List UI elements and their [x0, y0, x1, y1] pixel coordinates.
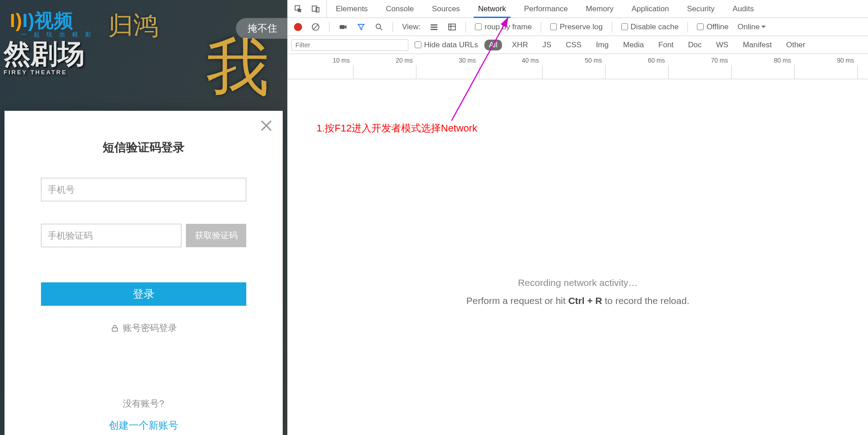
devtools-inspect-controls: [288, 0, 327, 18]
throttling-select[interactable]: Online: [737, 23, 769, 32]
login-button[interactable]: 登录: [41, 282, 246, 306]
tab-audits[interactable]: Audits: [723, 0, 763, 18]
timeline-tick: 60 ms: [615, 57, 665, 64]
tab-performance[interactable]: Performance: [515, 0, 577, 18]
get-code-button[interactable]: 获取验证码: [186, 224, 246, 247]
separator: [393, 22, 393, 32]
theatre-en: FIREY THEATRE: [4, 69, 85, 75]
tab-elements[interactable]: Elements: [327, 0, 377, 18]
phone-input[interactable]: [41, 178, 246, 201]
network-timeline[interactable]: 10 ms20 ms30 ms40 ms50 ms60 ms70 ms80 ms…: [288, 54, 868, 79]
svg-rect-0: [112, 328, 118, 331]
filter-icon[interactable]: [357, 23, 366, 32]
recording-hint-pre: Perform a request or hit: [466, 295, 568, 306]
hide-data-urls-input[interactable]: [415, 41, 421, 48]
separator: [687, 22, 688, 32]
group-by-frame-input[interactable]: [475, 23, 482, 30]
filter-type-xhr[interactable]: XHR: [507, 40, 533, 50]
hide-data-urls-checkbox[interactable]: Hide data URLs: [415, 41, 478, 50]
no-account-text: 没有账号?: [5, 398, 283, 410]
timeline-tick: 50 ms: [552, 57, 602, 64]
svg-rect-8: [431, 27, 438, 28]
disable-cache-input[interactable]: [621, 23, 628, 30]
password-login-link[interactable]: 账号密码登录: [41, 322, 246, 334]
filter-type-ws[interactable]: WS: [712, 40, 733, 50]
disable-cache-checkbox[interactable]: Disable cache: [621, 23, 679, 32]
filter-type-css[interactable]: CSS: [561, 40, 586, 50]
login-title: 短信验证码登录: [5, 140, 283, 155]
filter-type-font[interactable]: Font: [654, 40, 678, 50]
show-title-calligraphy: 归鸿: [108, 9, 158, 43]
svg-rect-10: [449, 24, 456, 30]
filter-type-manifest[interactable]: Manifest: [738, 40, 776, 50]
devtools-tabbar: ElementsConsoleSourcesNetworkPerformance…: [288, 0, 868, 18]
login-form: 获取验证码 登录 账号密码登录: [41, 178, 246, 334]
login-dialog: 短信验证码登录 获取验证码 登录 账号密码登录 没有账号? 创建一个新账号: [5, 111, 283, 435]
password-login-label: 账号密码登录: [123, 322, 177, 334]
close-icon[interactable]: [259, 119, 273, 132]
sms-code-input[interactable]: [41, 224, 181, 247]
timeline-tick: 90 ms: [805, 57, 854, 64]
tab-sources[interactable]: Sources: [423, 0, 469, 18]
svg-point-6: [376, 24, 380, 28]
tab-network[interactable]: Network: [469, 0, 515, 18]
svg-rect-5: [340, 25, 345, 28]
filter-type-img[interactable]: Img: [592, 40, 613, 50]
tab-console[interactable]: Console: [377, 0, 423, 18]
separator: [612, 22, 612, 32]
filter-type-all[interactable]: All: [484, 40, 502, 50]
clear-icon[interactable]: [311, 23, 320, 32]
header-pill-label: 掩不住: [248, 22, 277, 35]
network-body: 1.按F12进入开发者模式选择Network Recording network…: [288, 79, 868, 435]
recording-hint: Perform a request or hit Ctrl + R to rec…: [288, 295, 868, 306]
waterfall-view-icon[interactable]: [448, 23, 457, 32]
offline-checkbox[interactable]: Offline: [697, 23, 728, 32]
filter-type-other[interactable]: Other: [782, 40, 810, 50]
recording-hint-key: Ctrl + R: [568, 295, 602, 306]
timeline-tick: 70 ms: [678, 57, 728, 64]
annotation-text: 1.按F12进入开发者模式选择Network: [316, 122, 477, 135]
inspect-element-icon[interactable]: [294, 5, 303, 14]
logo-part1: I): [10, 10, 23, 31]
separator: [466, 22, 466, 32]
offline-input[interactable]: [697, 23, 704, 30]
devtools-panel: ElementsConsoleSourcesNetworkPerformance…: [287, 0, 868, 435]
svg-rect-7: [431, 24, 438, 26]
logo-subtitle: 一 起 玩 出 精 彩: [21, 31, 94, 39]
poster-calligraphy: 我: [206, 36, 269, 99]
preserve-log-checkbox[interactable]: Preserve log: [550, 23, 602, 32]
network-toolbar: View: roup by frame Preserve log Disable…: [288, 18, 868, 36]
separator: [329, 22, 330, 32]
header-pill-button[interactable]: 掩不住: [236, 18, 287, 39]
group-by-frame-label: roup by frame: [484, 23, 532, 32]
device-toolbar-icon[interactable]: [311, 5, 320, 14]
view-label: View:: [402, 23, 420, 32]
search-icon[interactable]: [375, 23, 384, 32]
tab-application[interactable]: Application: [623, 0, 678, 18]
page-viewport: I)I)视频 一 起 玩 出 精 彩 归鸿 然剧场 FIREY THEATRE …: [0, 0, 287, 435]
network-filterbar: Hide data URLs AllXHRJSCSSImgMediaFontDo…: [288, 36, 868, 54]
filter-type-js[interactable]: JS: [538, 40, 556, 50]
throttling-value: Online: [737, 23, 760, 32]
offline-label: Offline: [706, 23, 728, 32]
create-account-link[interactable]: 创建一个新账号: [5, 419, 283, 432]
timeline-tick: 80 ms: [741, 57, 791, 64]
login-footer: 没有账号? 创建一个新账号: [5, 398, 283, 432]
group-by-frame-checkbox[interactable]: roup by frame: [475, 23, 532, 32]
tab-security[interactable]: Security: [678, 0, 723, 18]
filter-type-doc[interactable]: Doc: [683, 40, 706, 50]
hide-data-urls-label: Hide data URLs: [424, 41, 478, 50]
filter-input[interactable]: [291, 39, 408, 51]
recording-title: Recording network activity…: [288, 277, 868, 288]
preserve-log-input[interactable]: [550, 23, 557, 30]
recording-hint-post: to record the reload.: [602, 295, 689, 306]
filter-type-media[interactable]: Media: [619, 40, 648, 50]
camera-icon[interactable]: [339, 23, 348, 32]
disable-cache-label: Disable cache: [631, 23, 679, 32]
large-rows-icon[interactable]: [429, 23, 439, 32]
code-row: 获取验证码: [41, 224, 246, 247]
timeline-tick: 10 ms: [300, 57, 350, 64]
tab-memory[interactable]: Memory: [577, 0, 622, 18]
site-logo[interactable]: I)I)视频: [10, 8, 73, 33]
record-icon[interactable]: [294, 23, 302, 31]
